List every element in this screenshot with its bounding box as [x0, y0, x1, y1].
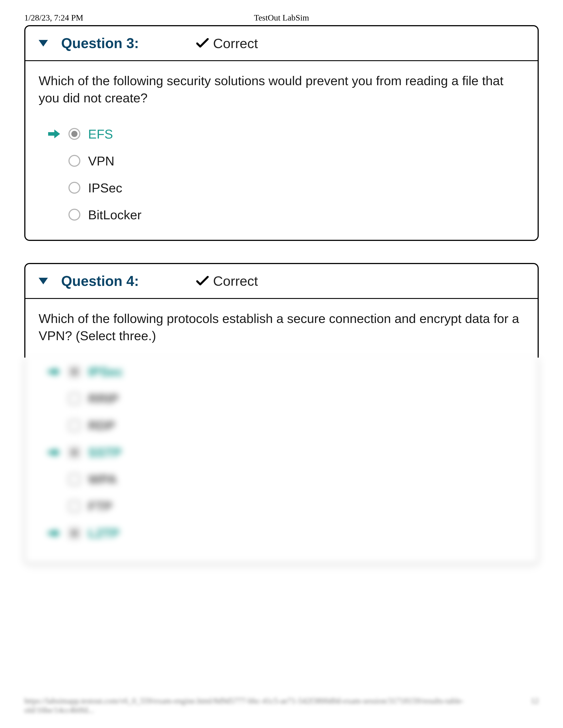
checkbox-selected-icon: [68, 447, 80, 458]
checkbox-icon: [68, 473, 80, 485]
checkbox-icon: [68, 500, 80, 512]
option-label: SSTP: [88, 445, 122, 460]
question-3-option-2[interactable]: IPSec: [47, 180, 524, 195]
question-3-option-1[interactable]: VPN: [47, 154, 524, 168]
option-label: IPSec: [88, 180, 122, 195]
question-4-option-0: IPSec: [47, 364, 524, 379]
question-4-option-4: WPA: [47, 472, 524, 487]
arrow-right-icon: [47, 129, 61, 139]
question-4-prompt: Which of the following protocols establi…: [39, 310, 524, 345]
question-4-box: Question 4: Correct Which of the followi…: [24, 263, 539, 358]
option-label: VPN: [88, 154, 114, 168]
print-timestamp: 1/28/23, 7:24 PM: [24, 13, 83, 23]
checkbox-icon: [68, 420, 80, 432]
radio-icon: [68, 209, 80, 221]
page-title: TestOut LabSim: [254, 13, 309, 23]
option-label: EFS: [88, 127, 113, 141]
check-icon: [196, 276, 209, 286]
option-label: IPSec: [88, 364, 123, 379]
question-4-title: Question 4:: [61, 273, 139, 289]
print-footer: https://labsimapp.testout.com/v6_0_559/e…: [24, 696, 539, 715]
question-3-title: Question 3:: [61, 35, 139, 51]
checkbox-icon: [68, 393, 80, 405]
svg-marker-1: [39, 278, 48, 284]
chevron-down-icon: [39, 278, 48, 284]
question-4-option-5: FTP: [47, 499, 524, 514]
radio-icon: [68, 182, 80, 194]
check-icon: [196, 38, 209, 48]
question-4-header[interactable]: Question 4: Correct: [25, 264, 538, 299]
option-label: L2TP: [88, 526, 119, 540]
chevron-down-icon: [39, 40, 48, 47]
option-label: RDP: [88, 418, 115, 433]
question-4-option-6: L2TP: [47, 526, 524, 540]
question-3-option-0[interactable]: EFS: [47, 127, 524, 141]
footer-url: https://labsimapp.testout.com/v6_0_559/e…: [24, 696, 531, 715]
question-3-status: Correct: [213, 36, 258, 51]
question-4-option-1: RRIP: [47, 391, 524, 406]
question-3-option-3[interactable]: BitLocker: [47, 207, 524, 222]
svg-marker-0: [39, 40, 48, 47]
checkbox-selected-icon: [68, 366, 80, 378]
footer-page-number: 12: [531, 696, 539, 715]
option-label: FTP: [88, 499, 112, 514]
radio-icon: [68, 155, 80, 167]
question-4-option-3: SSTP: [47, 445, 524, 460]
question-4-option-2: RDP: [47, 418, 524, 433]
option-label: WPA: [88, 472, 117, 487]
question-3-box: Question 3: Correct Which of the followi…: [24, 25, 539, 241]
question-3-prompt: Which of the following security solution…: [39, 72, 524, 107]
checkbox-selected-icon: [68, 527, 80, 539]
question-3-header[interactable]: Question 3: Correct: [25, 26, 538, 61]
radio-selected-icon: [68, 128, 80, 140]
option-label: RRIP: [88, 391, 119, 406]
blurred-preview-region: IPSec RRIP RDP SSTP: [24, 358, 539, 564]
option-label: BitLocker: [88, 207, 141, 222]
question-4-status: Correct: [213, 273, 258, 289]
